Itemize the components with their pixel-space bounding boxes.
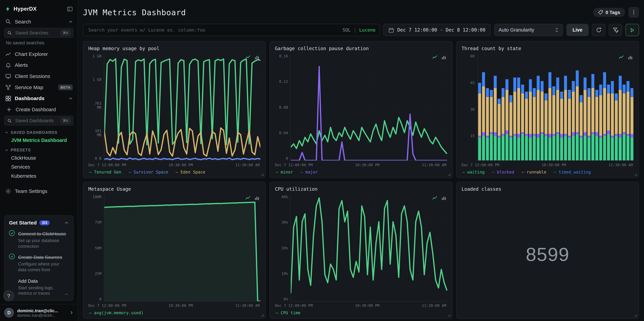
y-tick-label: 0 <box>99 298 101 302</box>
saved-searches-search[interactable]: ⌘K <box>4 28 74 38</box>
chart-title: Garbage collection pause duration <box>275 45 447 51</box>
resize-handle[interactable] <box>261 314 264 317</box>
chart-card-loaded-classes: Loaded classes 8599 <box>456 182 639 319</box>
legend-item[interactable]: —runnable <box>522 170 546 174</box>
sql-toggle[interactable]: SQL <box>342 27 351 33</box>
chevron-up-icon <box>64 221 68 225</box>
resize-handle[interactable] <box>634 314 638 317</box>
presets-heading[interactable]: PRESETS <box>0 145 78 153</box>
chart-card-gc-pause: Garbage collection pause duration 0.160.… <box>270 41 452 178</box>
get-started-header[interactable]: Get Started 2/3 <box>9 220 68 226</box>
legend-item[interactable]: —blocked <box>492 170 514 174</box>
chart-card-metaspace: Metaspace Usage 100M75M50M25M0 Dec 7 12:… <box>83 182 266 319</box>
plot-area <box>477 54 634 161</box>
saved-dashboards-search[interactable]: ⌘K <box>4 116 74 126</box>
legend-item[interactable]: —timed_waiting <box>554 170 591 174</box>
chart-title: Metaspace Usage <box>88 186 260 192</box>
x-tick-label: 11:30:00 AM <box>235 163 260 167</box>
live-button[interactable]: Live <box>566 24 588 36</box>
collapse-sidebar-icon[interactable] <box>67 6 73 12</box>
legend-item[interactable]: —Tenured Gen <box>89 170 121 174</box>
sidebar-item-service-map[interactable]: Service Map BETA <box>0 82 78 93</box>
user-menu[interactable]: D dominic.tran@clic... dominic.tran@clic… <box>0 304 78 321</box>
bar-chart-icon[interactable] <box>441 195 446 201</box>
plot-area <box>104 195 260 302</box>
line-chart-icon[interactable] <box>245 195 251 201</box>
legend-item[interactable]: —Eden Space <box>176 170 206 174</box>
help-button[interactable]: ? <box>3 291 14 301</box>
y-axis: 1 GB1 GB763 MB381 MB0 B <box>88 54 104 161</box>
more-menu-button[interactable] <box>628 7 639 17</box>
sidebar-item-clickhouse[interactable]: ClickHouse <box>0 153 78 162</box>
task-title: Create Data Sources <box>18 255 62 260</box>
event-search[interactable]: SQL | Lucene <box>83 24 380 36</box>
task-subtitle: Configure where your data comes from <box>18 262 68 273</box>
plot-area <box>104 54 260 161</box>
y-tick-label: 1 GB <box>92 54 102 58</box>
tags-button[interactable]: 0 Tags <box>593 8 625 17</box>
task-add-data[interactable]: Add Data Start sending logs, metrics or … <box>9 277 68 296</box>
saved-dashboards-heading[interactable]: SAVED DASHBOARDS <box>0 127 78 136</box>
filter-button[interactable] <box>609 24 622 36</box>
user-email: dominic.tran@clickh... <box>17 313 66 318</box>
get-started-title: Get Started <box>9 220 37 226</box>
search-icon <box>7 30 12 35</box>
chart-legend: —Tenured Gen—Survivor Space—Eden Space <box>89 170 261 174</box>
y-tick-label: 40% <box>281 195 288 199</box>
task-connect-clickhouse[interactable]: Connect to ClickHouse Set up your databa… <box>9 230 68 249</box>
create-dashboard-button[interactable]: Create Dashboard <box>0 104 78 115</box>
saved-dashboards-input[interactable] <box>14 118 58 124</box>
sidebar-item-services[interactable]: Services <box>0 163 78 171</box>
line-chart-icon[interactable] <box>245 54 251 60</box>
sidebar-item-alerts[interactable]: Alerts <box>0 59 78 71</box>
legend-item[interactable]: —minor <box>276 170 293 174</box>
tag-icon <box>598 10 603 15</box>
sidebar-item-label: Chart Explorer <box>15 51 48 57</box>
line-chart-icon[interactable] <box>618 54 624 60</box>
bar-chart-icon[interactable] <box>441 54 446 60</box>
sidebar-item-dashboards[interactable]: Dashboards <box>0 93 78 104</box>
line-chart-icon[interactable] <box>432 54 438 60</box>
bar-chart-icon[interactable] <box>254 54 260 60</box>
sidebar-item-kubernetes[interactable]: Kubernetes <box>0 171 78 180</box>
sidebar-item-chart-explorer[interactable]: Chart Explorer <box>0 48 78 59</box>
plot-area <box>290 54 447 161</box>
sidebar-item-search[interactable]: Search <box>0 16 78 27</box>
x-axis: Dec 7 12:00:00 PM10:30:00 PM11:30:00 AM <box>88 163 260 167</box>
chevron-down-icon <box>5 148 8 152</box>
bar-chart-icon[interactable] <box>628 54 633 60</box>
legend-item[interactable]: —Survivor Space <box>129 170 168 174</box>
get-started-card: Get Started 2/3 Connect to ClickHouse Se… <box>4 216 74 301</box>
event-search-input[interactable] <box>88 27 338 33</box>
saved-searches-input[interactable] <box>14 30 58 36</box>
sidebar-item-label: Service Map <box>15 84 44 90</box>
sidebar-item-jvm-metrics-dashboard[interactable]: JVM Metrics Dashboard <box>0 136 78 145</box>
date-range-button[interactable]: Dec 7 12:00:00 - Dec 8 12:00:00 <box>383 24 491 36</box>
run-query-button[interactable] <box>626 24 639 36</box>
y-tick-label: 1 GB <box>92 78 102 82</box>
y-tick-label: 0.16 <box>279 54 288 58</box>
resize-handle[interactable] <box>634 173 638 176</box>
select-chevrons-icon <box>555 27 558 32</box>
bar-chart-icon[interactable] <box>254 195 260 201</box>
y-tick-label: 763 MB <box>88 102 102 110</box>
lucene-toggle[interactable]: Lucene <box>359 27 376 33</box>
legend-item[interactable]: —avg(jvm.memory.used) <box>89 311 144 315</box>
legend-item[interactable]: —waiting <box>462 170 485 174</box>
legend-item[interactable]: —major <box>300 170 318 174</box>
legend-item[interactable]: —CPU time <box>276 311 300 315</box>
sidebar-item-team-settings[interactable]: Team Settings <box>0 185 78 197</box>
chevron-right-icon <box>70 311 74 315</box>
line-chart-icon[interactable] <box>432 195 438 201</box>
resize-handle[interactable] <box>448 314 451 317</box>
date-range-label: Dec 7 12:00:00 - Dec 8 12:00:00 <box>397 27 486 33</box>
task-create-data-sources[interactable]: Create Data Sources Configure where your… <box>9 253 68 273</box>
chart-legend: —avg(jvm.memory.used) <box>89 311 261 315</box>
avatar: D <box>4 308 14 318</box>
resize-handle[interactable] <box>448 173 451 176</box>
sidebar-item-client-sessions[interactable]: Client Sessions <box>0 70 78 82</box>
granularity-select[interactable]: Auto Granularity <box>494 24 563 36</box>
resize-handle[interactable] <box>261 173 264 176</box>
refresh-button[interactable] <box>592 24 605 36</box>
x-tick-label: Dec 7 12:00:00 PM <box>275 304 313 308</box>
